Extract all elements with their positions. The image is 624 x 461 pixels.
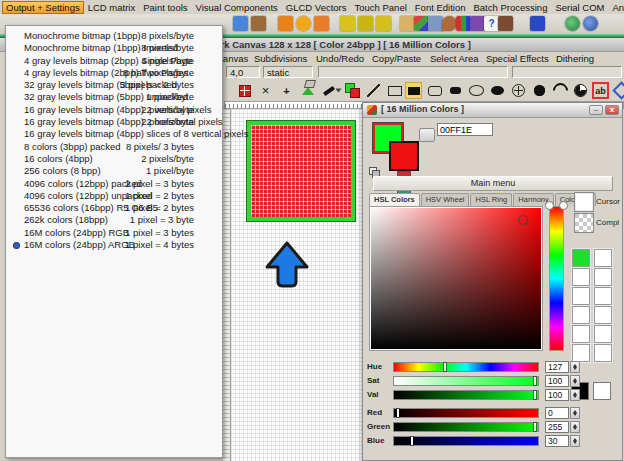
process-icon[interactable]	[376, 16, 391, 31]
menu-serial-com[interactable]: Serial COM	[551, 1, 608, 14]
tab-hsl-ring[interactable]: HSL Ring	[470, 193, 512, 206]
menu-item[interactable]: 4096 colors (12bpp) unpacked1 pixel = 2 …	[6, 190, 222, 202]
hex-color-input[interactable]	[437, 123, 493, 136]
workspace-icon[interactable]	[340, 16, 355, 31]
new-file-icon[interactable]	[278, 16, 293, 31]
flood-fill-icon[interactable]	[299, 82, 316, 99]
menu-glcd-vectors[interactable]: GLCD Vectors	[282, 1, 351, 14]
menu-item[interactable]: 16 colors (4bpp)2 pixels/byte	[6, 153, 222, 165]
palette-swatch[interactable]	[572, 249, 590, 267]
menu-paint-tools[interactable]: Paint tools	[139, 1, 191, 14]
menu-item[interactable]: 32 gray levels bitmap (5bpp) unpacked1 p…	[6, 91, 222, 103]
canvas-menu-subdivisions[interactable]: Subdivisions	[254, 53, 307, 64]
menu-item[interactable]: 16 gray levels bitmap (4bpp) slices of 8…	[6, 128, 222, 140]
menu-item[interactable]: 16M colors (24bpp) RGB1 pixel = 3 bytes	[6, 227, 222, 239]
slider-cursor[interactable]	[444, 363, 446, 371]
canvas-menu-dithering[interactable]: Dithering	[556, 53, 594, 64]
pixel-grid-icon[interactable]	[236, 82, 253, 99]
menu-item[interactable]: 256 colors (8 bpp)1 pixel/byte	[6, 165, 222, 177]
menu-lcd-matrix[interactable]: LCD matrix	[84, 1, 140, 14]
menu-item[interactable]: Monochrome bitmap (1bpp) Inverted8 pixel…	[6, 42, 222, 54]
close-icon[interactable]: x	[605, 105, 619, 115]
slider-cursor[interactable]	[411, 437, 413, 445]
tab-hsv-wheel[interactable]: HSV Wheel	[421, 193, 470, 206]
canvas-menu-copy-paste[interactable]: Copy/Paste	[372, 53, 421, 64]
blue-spinner[interactable]	[570, 435, 580, 447]
palette-swatch[interactable]	[594, 344, 612, 362]
help-icon[interactable]: ?	[484, 16, 499, 31]
exit-icon[interactable]	[251, 16, 266, 31]
main-menu-button[interactable]: Main menu	[373, 176, 613, 191]
delete-x-icon[interactable]: ×	[257, 82, 274, 99]
canvas-menu-special-effects[interactable]: Special Effects	[486, 53, 549, 64]
filled-ellipse-tool-icon[interactable]	[489, 82, 506, 99]
filmstrip-icon[interactable]	[358, 16, 373, 31]
menu-item[interactable]: 65536 colors (16bpp) R5 G6 B51 pixel = 2…	[6, 202, 222, 214]
minimize-button[interactable]: –	[589, 105, 603, 115]
red-spinner[interactable]	[570, 407, 580, 419]
canvas-menu-select-area[interactable]: Select Area	[430, 53, 479, 64]
palette-swatch[interactable]	[594, 325, 612, 343]
menu-item[interactable]: 16 gray levels bitmap (4bpp) 2 vertical …	[6, 104, 222, 116]
menu-item-selected[interactable]: 16M colors (24bpp) ARGB1 pixel = 4 bytes	[6, 239, 222, 251]
menu-item[interactable]: 4 gray levels bitmap (2bpp) Two Pages8 h…	[6, 67, 222, 79]
hue-value[interactable]: 127	[545, 361, 569, 373]
histogram-icon[interactable]	[456, 16, 471, 31]
slider-cursor[interactable]	[534, 377, 536, 385]
color-grid-icon[interactable]	[414, 16, 429, 31]
sat-value[interactable]: 100	[545, 375, 569, 387]
palette-swatch[interactable]	[572, 306, 590, 324]
palette-swatch[interactable]	[594, 287, 612, 305]
paste-icon[interactable]	[400, 16, 415, 31]
sat-spinner[interactable]	[570, 375, 580, 387]
color-swatch-pair-icon[interactable]	[344, 82, 361, 99]
val-spinner[interactable]	[570, 389, 580, 401]
val-slider[interactable]	[393, 390, 539, 400]
project-icon[interactable]	[530, 16, 545, 31]
polygon-tool-icon[interactable]	[613, 82, 624, 99]
palette-icon[interactable]	[442, 16, 457, 31]
offset-tool-icon[interactable]: +	[278, 82, 295, 99]
menu-item[interactable]: 4096 colors (12bpp) packed2 pixel = 3 by…	[6, 178, 222, 190]
cursor-color-swatch[interactable]	[574, 192, 594, 212]
rectangle-tool-icon[interactable]	[386, 82, 403, 99]
pen-tool-icon[interactable]	[320, 82, 337, 99]
text-tool-icon[interactable]: ab	[592, 82, 609, 99]
menu-item[interactable]: 262k colors (18bpp)1 pixel = 3 byte	[6, 214, 222, 226]
menu-batch-processing[interactable]: Batch Processing	[470, 1, 552, 14]
slider-cursor[interactable]	[534, 423, 536, 431]
menu-item[interactable]: 4 gray levels bitmap (2bpp) Single Page4…	[6, 55, 222, 67]
globe-help-icon[interactable]	[583, 16, 598, 31]
complementary-color-swatch[interactable]	[574, 213, 594, 233]
link-icon[interactable]	[419, 128, 435, 142]
tools-icon[interactable]	[233, 16, 248, 31]
palette-swatch[interactable]	[594, 306, 612, 324]
sat-slider[interactable]	[393, 376, 539, 386]
sv-cursor[interactable]	[518, 215, 528, 225]
globe-web-icon[interactable]	[565, 16, 580, 31]
menu-touch-panel[interactable]: Touch Panel	[351, 1, 411, 14]
hue-spinner[interactable]	[570, 361, 580, 373]
filled-rounded-rectangle-tool-icon[interactable]	[447, 82, 464, 99]
filled-pie-tool-icon[interactable]	[572, 82, 589, 99]
thumbnails-icon[interactable]	[428, 16, 443, 31]
palette-swatch[interactable]	[572, 268, 590, 286]
menu-item[interactable]: 32 gray levels bitmap (5bpp) packed3 pix…	[6, 79, 222, 91]
green-spinner[interactable]	[570, 421, 580, 433]
hue-marker-right[interactable]	[559, 201, 568, 210]
blue-slider[interactable]	[393, 436, 539, 446]
secondary-color-swatch[interactable]	[389, 141, 419, 171]
tab-hsl-colors[interactable]: HSL Colors	[369, 193, 420, 206]
palette-swatch[interactable]	[572, 344, 590, 362]
green-value[interactable]: 255	[545, 421, 569, 433]
green-slider[interactable]	[393, 422, 539, 432]
menu-item[interactable]: 8 colors (3bpp) packed8 pixels/ 3 bytes	[6, 141, 222, 153]
ellipse-tool-icon[interactable]	[468, 82, 485, 99]
panel-title-bar[interactable]: [ 16 Million Colors ] – x	[363, 103, 622, 118]
palette-swatch[interactable]	[572, 325, 590, 343]
filled-circle-crosshair-tool-icon[interactable]	[531, 82, 548, 99]
val-value[interactable]: 100	[545, 389, 569, 401]
menu-output-settings[interactable]: Output + Settings	[2, 1, 84, 14]
hue-slider-vertical[interactable]	[549, 206, 564, 351]
filled-rectangle-tool-icon[interactable]	[405, 82, 422, 99]
